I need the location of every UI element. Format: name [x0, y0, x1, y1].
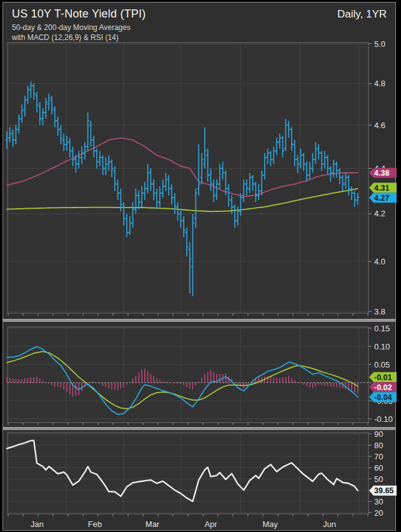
last-value-badge: 4.38 [369, 168, 397, 178]
macd-panel-plot-area [7, 327, 369, 423]
last-value-badge: 39.65 [369, 486, 397, 496]
app-root: { "header": { "title": "US 10Y T-Note Yi… [0, 0, 401, 532]
badge-value: 4.31 [374, 184, 389, 193]
macd-panel: 0.150.100.050.00-0.05-0.10-0.01-0.02-0.0… [7, 324, 397, 426]
y-axis-tick-label: 0.15 [374, 324, 390, 333]
y-axis-tick-label: 70 [374, 452, 383, 461]
last-value-badge: 4.31 [369, 183, 397, 193]
last-value-badge: -0.02 [369, 382, 397, 392]
badge-value: -0.02 [374, 383, 392, 392]
y-axis-tick-label: 4.0 [374, 257, 385, 266]
badge-value: 39.65 [374, 486, 394, 495]
badge-value: 4.38 [374, 169, 389, 178]
y-axis-tick-label: 3.8 [374, 307, 385, 316]
rsi-panel: 908070605040302039.65 [7, 429, 397, 518]
month-label: Apr [204, 519, 217, 529]
badge-value: 4.27 [374, 194, 389, 203]
y-axis-tick-label: 20 [374, 508, 383, 518]
y-axis-tick-label: 4.2 [374, 209, 385, 218]
y-axis-tick-label: 80 [374, 441, 383, 450]
y-axis-tick-label: 50 [374, 474, 383, 484]
last-value-badge: -0.04 [369, 392, 397, 402]
month-label: Jan [31, 519, 44, 529]
y-axis-tick-label: 0.10 [374, 342, 390, 351]
y-axis-tick-label: 60 [374, 463, 383, 473]
price-panel: 5.04.84.64.44.24.03.84.384.314.27 [5, 39, 397, 316]
last-value-badge: 4.27 [369, 193, 397, 203]
month-label: Mar [146, 519, 160, 529]
badge-value: -0.01 [374, 373, 392, 382]
y-axis-tick-label: 90 [374, 429, 383, 439]
last-value-badge: -0.01 [369, 372, 397, 382]
month-label: May [262, 519, 278, 529]
month-label: Jun [323, 519, 336, 529]
y-axis-tick-label: 4.6 [374, 121, 385, 130]
x-axis: JanFebMarAprMayJun [31, 519, 336, 529]
y-axis-tick-label: 4.8 [374, 79, 385, 88]
y-axis-tick-label: 5.0 [374, 39, 385, 49]
month-label: Feb [88, 519, 102, 529]
y-axis-tick-label: 30 [374, 497, 383, 506]
y-axis-tick-label: 0.05 [374, 360, 390, 369]
y-axis-tick-label: -0.10 [374, 414, 393, 424]
badge-value: -0.04 [374, 393, 392, 402]
chart-canvas: 5.04.84.64.44.24.03.84.384.314.270.150.1… [0, 0, 401, 532]
